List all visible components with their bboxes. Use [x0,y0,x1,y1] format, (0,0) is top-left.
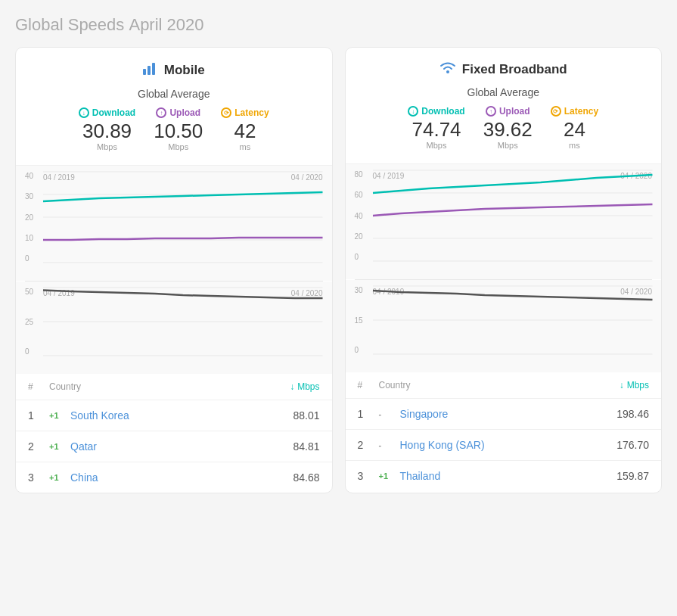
broadband-table-header: # Country ↓ Mbps [346,372,662,399]
bb-upload-icon: ↑ [486,106,496,117]
broadband-latency-chart-section: 30 15 0 04 / 2019 04 / 2 [346,280,662,372]
upload-icon: ↑ [156,107,166,118]
mobile-latency-metric: ⟳ Latency 42 ms [221,107,269,151]
mobile-icon [143,61,158,79]
table-row: 1 +1 South Korea 88.01 [16,400,332,431]
mobile-global-avg: Global Average [28,88,320,100]
broadband-speed-chart: 80 60 40 20 0 [355,170,653,276]
broadband-latency-y-labels: 30 15 0 [355,286,371,354]
download-icon: ↓ [79,107,89,118]
latency-icon: ⟳ [221,107,231,118]
broadband-panel-header: Fixed Broadband Global Average ↓ Downloa… [346,48,662,164]
broadband-y-labels: 80 60 40 20 0 [355,170,371,261]
svg-rect-2 [152,63,155,75]
broadband-latency-metric: ⟳ Latency 24 ms [551,106,598,150]
mobile-table: # Country ↓ Mbps 1 +1 South Korea 88.01 … [16,374,332,493]
table-row: 1 - Singapore 198.46 [346,399,662,430]
bb-latency-icon: ⟳ [551,106,561,117]
mobile-y-labels: 40 30 20 10 0 [25,172,42,263]
broadband-global-avg: Global Average [358,86,650,98]
broadband-speed-svg [373,170,653,261]
mobile-latency-chart: 50 25 0 04 / 2019 04 / 2 [25,288,323,371]
mobile-latency-svg [43,288,323,356]
broadband-panel: Fixed Broadband Global Average ↓ Downloa… [345,47,663,493]
wifi-icon [439,61,456,77]
download-small-icon: ↓ [290,381,294,392]
svg-point-11 [446,70,449,73]
broadband-table: # Country ↓ Mbps 1 - Singapore 198.46 2 … [346,372,662,491]
broadband-latency-svg [373,286,653,354]
mobile-latency-chart-section: 50 25 0 04 / 2019 04 / 2 [16,282,332,374]
mobile-table-header: # Country ↓ Mbps [16,374,332,400]
table-row: 2 - Hong Kong (SAR) 176.70 [346,430,662,461]
mobile-speed-svg [43,172,323,263]
mobile-speed-chart: 40 30 20 10 0 [25,172,323,278]
mobile-speed-chart-section: 40 30 20 10 0 [16,166,332,281]
mobile-download-metric: ↓ Download 30.89 Mbps [79,107,135,151]
broadband-upload-metric: ↑ Upload 39.62 Mbps [483,106,533,150]
broadband-latency-chart: 30 15 0 04 / 2019 04 / 2 [355,286,653,369]
mobile-latency-y-labels: 50 25 0 [25,288,42,356]
mobile-panel: Mobile Global Average ↓ Download 30.89 M… [15,47,333,493]
broadband-panel-title: Fixed Broadband [358,61,650,77]
broadband-metrics: ↓ Download 74.74 Mbps ↑ Upload 39.62 Mbp… [358,106,650,150]
broadband-speed-chart-section: 80 60 40 20 0 [346,164,662,279]
svg-rect-1 [148,66,151,75]
mobile-upload-metric: ↑ Upload 10.50 Mbps [154,107,203,151]
table-row: 2 +1 Qatar 84.81 [16,431,332,462]
bb-download-small-icon: ↓ [620,380,624,390]
table-row: 3 +1 China 84.68 [16,462,332,493]
mobile-metrics: ↓ Download 30.89 Mbps ↑ Upload 10.50 Mbp… [28,107,320,151]
page-title: Global Speeds April 2020 [15,15,662,35]
mobile-panel-header: Mobile Global Average ↓ Download 30.89 M… [16,48,332,166]
bb-download-icon: ↓ [408,106,418,117]
mobile-panel-title: Mobile [28,61,320,79]
panels-container: Mobile Global Average ↓ Download 30.89 M… [15,47,662,493]
table-row: 3 +1 Thailand 159.87 [346,461,662,491]
broadband-download-metric: ↓ Download 74.74 Mbps [408,106,464,150]
svg-rect-0 [143,69,146,75]
